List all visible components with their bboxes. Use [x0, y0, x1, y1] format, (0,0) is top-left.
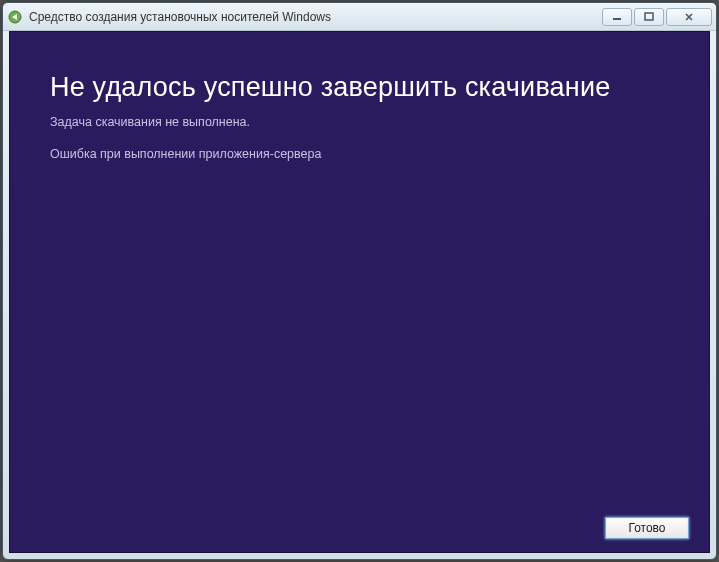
app-window: Средство создания установочных носителей…: [2, 2, 717, 560]
page-heading: Не удалось успешно завершить скачивание: [50, 72, 669, 103]
window-title: Средство создания установочных носителей…: [29, 10, 602, 24]
content-frame: Не удалось успешно завершить скачивание …: [9, 31, 710, 553]
svg-rect-1: [613, 18, 621, 20]
maximize-button[interactable]: [634, 8, 664, 26]
window-controls: [602, 8, 712, 26]
close-button[interactable]: [666, 8, 712, 26]
status-text: Задача скачивания не выполнена.: [50, 115, 669, 129]
minimize-button[interactable]: [602, 8, 632, 26]
titlebar: Средство создания установочных носителей…: [3, 3, 716, 31]
error-text: Ошибка при выполнении приложения-сервера: [50, 147, 669, 161]
done-button[interactable]: Готово: [605, 517, 689, 539]
app-icon: [7, 9, 23, 25]
svg-rect-2: [645, 13, 653, 20]
content-body: Не удалось успешно завершить скачивание …: [10, 32, 709, 504]
dialog-footer: Готово: [10, 504, 709, 552]
